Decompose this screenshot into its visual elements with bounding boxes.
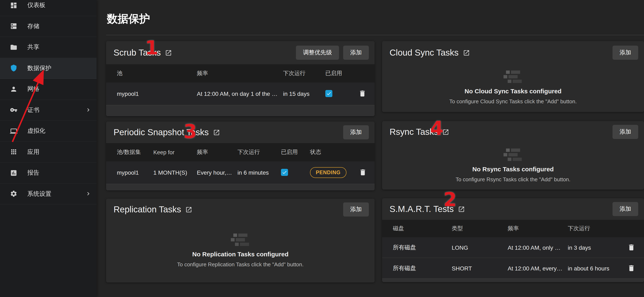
table-row: 所有磁盘 LONG At 12:00 AM, only … in 3 days xyxy=(382,237,644,258)
smart-tests-card: S.M.A.R.T. Tests 添加 磁盘 类型 频率 下次运行 xyxy=(382,198,644,282)
empty-state: No Replication Tasks configured To confi… xyxy=(106,220,375,282)
column-header: 频率 xyxy=(508,225,568,232)
external-link-icon[interactable] xyxy=(213,129,220,136)
add-scrub-button[interactable]: 添加 xyxy=(343,46,369,60)
snapshot-tasks-title: Periodic Snapshot Tasks xyxy=(114,127,209,137)
page-title: 数据保护 xyxy=(107,12,644,26)
external-link-icon[interactable] xyxy=(463,49,470,56)
sidebar-item-system-settings[interactable]: 系统设置 xyxy=(0,184,96,204)
sidebar-item-label: 共享 xyxy=(27,43,39,51)
column-header: 下次运行 xyxy=(283,70,325,77)
dashboard-icon xyxy=(10,2,18,9)
scrub-table-header: 池 频率 下次运行 已启用 xyxy=(106,64,375,83)
card-footer xyxy=(382,278,644,282)
keep-for-cell: 1 MONTH(S) xyxy=(153,169,197,176)
table-row: mypool1 At 12:00 AM, on day 1 of the … i… xyxy=(106,83,375,105)
frequency-cell: At 12:00 AM, on day 1 of the … xyxy=(197,90,283,97)
snapshot-table-header: 池/数据集 Keep for 频率 下次运行 已启用 状态 xyxy=(106,143,375,161)
sidebar-item-label: 数据保护 xyxy=(27,64,52,72)
column-header: 下次运行 xyxy=(238,149,281,156)
sidebar-item-label: 网络 xyxy=(27,85,39,93)
sidebar-item-storage[interactable]: 存储 xyxy=(0,16,96,37)
sidebar-nav-list: 仪表板 存储 共享 数据保护 网络 证书 xyxy=(0,0,96,204)
sidebar-item-label: 应用 xyxy=(27,148,39,156)
add-cloud-sync-button[interactable]: 添加 xyxy=(612,46,638,60)
external-link-icon[interactable] xyxy=(165,49,172,56)
replication-tasks-card: Replication Tasks 添加 No Replication Task… xyxy=(106,199,375,282)
sidebar-item-credentials[interactable]: 证书 xyxy=(0,100,96,121)
external-link-icon[interactable] xyxy=(185,206,192,213)
sidebar-item-network[interactable]: 网络 xyxy=(0,79,96,100)
chevron-right-icon xyxy=(85,191,92,197)
empty-subtitle: To configure Cloud Sync Tasks click the … xyxy=(450,98,577,104)
empty-list-icon xyxy=(504,70,522,84)
type-cell: SHORT xyxy=(452,265,508,271)
periodic-snapshot-tasks-card: Periodic Snapshot Tasks 添加 池/数据集 Keep fo… xyxy=(106,122,375,190)
delete-icon[interactable] xyxy=(359,168,367,177)
cloud-sync-tasks-card: Cloud Sync Tasks 添加 No Cloud Sync Tasks … xyxy=(382,41,644,112)
empty-subtitle: To configure Rsync Tasks click the "Add"… xyxy=(456,176,570,182)
type-cell: LONG xyxy=(452,244,508,251)
column-header: 频率 xyxy=(197,149,238,156)
pool-cell: mypool1 xyxy=(117,90,197,97)
shield-icon xyxy=(10,65,18,72)
main-content: 数据保护 Scrub Tasks 调整优先级 添加 xyxy=(96,0,644,297)
column-header: 状态 xyxy=(310,149,359,156)
sidebar-item-label: 系统设置 xyxy=(27,190,52,198)
next-run-cell: in 15 days xyxy=(283,90,325,97)
apps-grid-icon xyxy=(10,148,18,156)
enabled-checkbox[interactable] xyxy=(281,169,288,176)
delete-icon[interactable] xyxy=(628,264,636,272)
sidebar-item-shares[interactable]: 共享 xyxy=(0,37,96,58)
sidebar-item-label: 证书 xyxy=(27,106,39,114)
add-replication-button[interactable]: 添加 xyxy=(343,202,369,216)
smart-table-header: 磁盘 类型 频率 下次运行 xyxy=(382,220,644,237)
folder-icon xyxy=(10,44,18,51)
sidebar-item-virtualization[interactable]: 虚拟化 xyxy=(0,121,96,142)
card-footer xyxy=(106,184,375,190)
sidebar-item-apps[interactable]: 应用 xyxy=(0,142,96,163)
empty-state: No Cloud Sync Tasks configured To config… xyxy=(382,64,644,112)
enabled-checkbox[interactable] xyxy=(325,90,332,97)
disks-cell: 所有磁盘 xyxy=(393,264,452,272)
empty-title: No Cloud Sync Tasks configured xyxy=(464,87,562,94)
adjust-priority-button[interactable]: 调整优先级 xyxy=(296,46,339,60)
next-run-cell: in 6 minutes xyxy=(238,169,281,176)
replication-tasks-title: Replication Tasks xyxy=(114,204,181,214)
add-smart-test-button[interactable]: 添加 xyxy=(612,202,638,216)
column-header: 已启用 xyxy=(325,70,358,77)
sidebar-item-data-protection[interactable]: 数据保护 xyxy=(0,58,96,79)
column-header: 频率 xyxy=(197,70,283,77)
frequency-cell: At 12:00 AM, every… xyxy=(508,265,568,271)
column-header: Keep for xyxy=(153,149,197,155)
network-icon xyxy=(10,86,18,93)
add-snapshot-button[interactable]: 添加 xyxy=(343,125,369,139)
external-link-icon[interactable] xyxy=(442,128,450,135)
frequency-cell: Every hour, … xyxy=(197,169,238,176)
rsync-tasks-card: Rsync Tasks 添加 No Rsync Tasks configured… xyxy=(382,121,644,190)
add-rsync-button[interactable]: 添加 xyxy=(612,125,638,139)
sidebar-item-reporting[interactable]: 报告 xyxy=(0,163,96,184)
column-header: 池/数据集 xyxy=(117,149,153,156)
table-row: mypool1 1 MONTH(S) Every hour, … in 6 mi… xyxy=(106,161,375,184)
cloud-sync-tasks-title: Cloud Sync Tasks xyxy=(390,48,458,58)
delete-icon[interactable] xyxy=(358,90,367,98)
delete-icon[interactable] xyxy=(628,243,636,251)
empty-state: No Rsync Tasks configured To configure R… xyxy=(382,143,644,190)
column-header: 池 xyxy=(117,70,197,77)
frequency-cell: At 12:00 AM, only … xyxy=(508,244,568,251)
sidebar-item-label: 存储 xyxy=(27,23,39,30)
status-badge[interactable]: PENDING xyxy=(310,167,346,178)
scrub-tasks-title: Scrub Tasks xyxy=(114,48,161,58)
disks-cell: 所有磁盘 xyxy=(393,244,452,251)
rsync-tasks-title: Rsync Tasks xyxy=(390,127,438,137)
column-header: 下次运行 xyxy=(568,225,626,232)
external-link-icon[interactable] xyxy=(458,205,465,213)
empty-list-icon xyxy=(231,233,250,247)
sidebar: 仪表板 存储 共享 数据保护 网络 证书 xyxy=(0,0,96,297)
title-divider xyxy=(106,35,644,35)
sidebar-item-label: 虚拟化 xyxy=(27,127,46,135)
sidebar-item-dashboard[interactable]: 仪表板 xyxy=(0,0,96,16)
sidebar-item-label: 仪表板 xyxy=(27,2,46,9)
smart-tests-title: S.M.A.R.T. Tests xyxy=(390,204,454,214)
